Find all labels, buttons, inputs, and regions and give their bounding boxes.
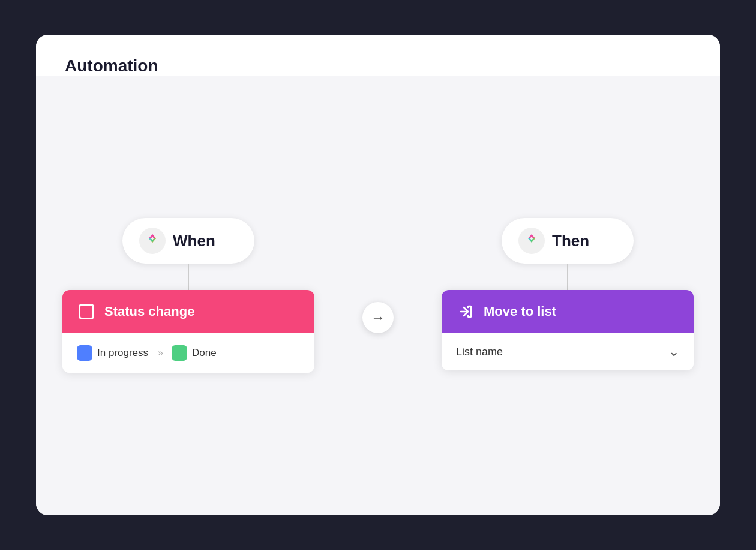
status-arrow: » <box>158 348 162 358</box>
arrow-circle: → <box>362 302 394 333</box>
right-arrow-icon: → <box>371 309 385 326</box>
move-to-list-label: Move to list <box>484 304 556 319</box>
to-status-label: Done <box>192 347 217 359</box>
status-change-card[interactable]: Status change In progress » Done <box>62 290 314 373</box>
automation-canvas-area: When Status change In pro <box>36 76 720 515</box>
when-connector-line <box>188 264 189 290</box>
chevron-down-icon[interactable]: ⌄ <box>668 344 679 360</box>
move-to-list-body: List name ⌄ <box>442 333 694 370</box>
when-label: When <box>173 232 215 250</box>
status-change-label: Status change <box>104 304 194 319</box>
done-dot <box>172 345 187 361</box>
then-branch: Then Mov <box>442 218 694 370</box>
move-to-list-header: Move to list <box>442 290 694 333</box>
in-progress-dot <box>77 345 92 361</box>
status-change-body: In progress » Done <box>62 333 314 373</box>
clickup-logo-when <box>139 228 166 254</box>
status-change-icon <box>77 302 96 321</box>
when-branch: When Status change In pro <box>62 218 314 373</box>
then-connector-line <box>567 264 568 290</box>
list-name-placeholder: List name <box>456 346 503 358</box>
then-pill-node[interactable]: Then <box>502 218 634 264</box>
main-card: Automation <box>36 35 720 515</box>
clickup-logo-then <box>518 228 545 254</box>
when-pill-node[interactable]: When <box>122 218 254 264</box>
branch-connector-arrow: → <box>362 302 394 333</box>
status-change-header: Status change <box>62 290 314 333</box>
to-status-chip: Done <box>172 345 217 361</box>
from-status-label: In progress <box>97 347 148 359</box>
move-to-list-card[interactable]: Move to list List name ⌄ <box>442 290 694 370</box>
then-label: Then <box>552 232 589 250</box>
page-title: Automation <box>65 56 691 76</box>
move-to-list-icon <box>456 302 475 321</box>
from-status-chip: In progress <box>77 345 148 361</box>
automation-canvas: When Status change In pro <box>62 218 694 373</box>
header: Automation <box>36 35 720 76</box>
